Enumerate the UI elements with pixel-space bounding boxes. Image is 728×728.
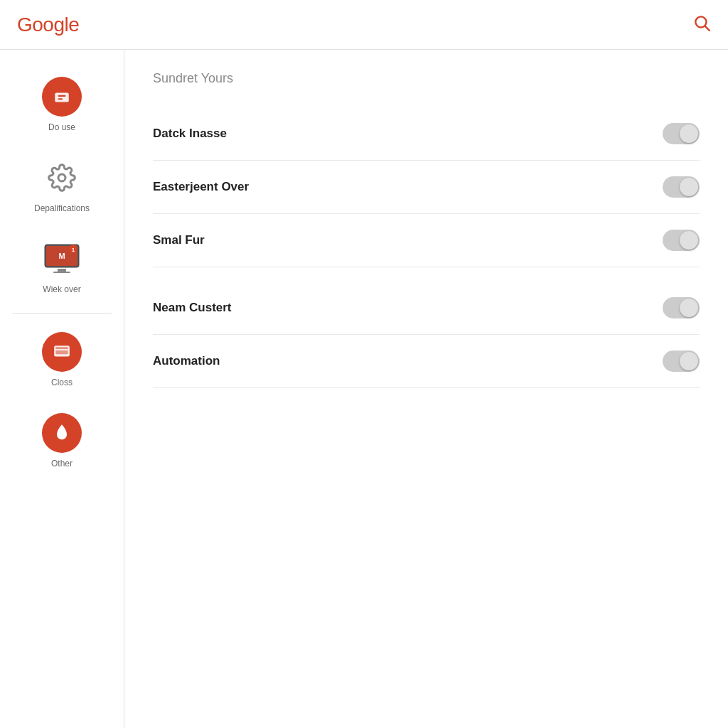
content-title: Sundret Yours — [153, 71, 700, 86]
wiek-over-icon: M 1 — [42, 239, 82, 279]
sidebar-item-closs-label: Closs — [51, 378, 73, 387]
sidebar-item-depalifications[interactable]: Depalifications — [0, 145, 124, 226]
toggle-knob-datck-inasse — [680, 124, 698, 143]
settings-item-easterjeent-over: Easterjeent Over — [153, 161, 700, 214]
settings-list: Datck Inasse Easterjeent Over Smal Fur — [153, 107, 700, 388]
sidebar-item-wiek-over[interactable]: M 1 Wiek over — [0, 226, 124, 307]
svg-text:M: M — [58, 252, 65, 260]
sidebar-item-depalifications-label: Depalifications — [34, 203, 90, 213]
svg-rect-8 — [58, 269, 66, 272]
settings-label-easterjeent-over: Easterjeent Over — [153, 180, 249, 194]
svg-rect-3 — [58, 95, 66, 97]
svg-rect-4 — [58, 98, 63, 100]
other-icon — [42, 413, 82, 453]
svg-line-1 — [705, 26, 710, 30]
toggle-neam-custert[interactable] — [663, 297, 700, 318]
sidebar-divider — [12, 313, 111, 314]
toggle-knob-easterjeent-over — [680, 178, 698, 196]
sidebar-item-wiek-over-label: Wiek over — [43, 284, 80, 294]
settings-label-datck-inasse: Datck Inasse — [153, 127, 227, 141]
svg-rect-15 — [55, 350, 68, 354]
closs-icon — [42, 332, 82, 372]
content-area: Sundret Yours Datck Inasse Easterjeent O… — [124, 50, 728, 728]
settings-item-datck-inasse: Datck Inasse — [153, 107, 700, 161]
sidebar-item-other-label: Other — [51, 459, 73, 469]
app-container: Google Do use — [0, 0, 728, 728]
settings-item-neam-custert: Neam Custert — [153, 282, 700, 335]
do-use-icon — [42, 77, 82, 117]
sidebar-item-other[interactable]: Other — [0, 400, 124, 481]
sidebar: Do use Depalifications — [0, 50, 124, 728]
toggle-knob-smal-fur — [680, 231, 698, 250]
main-layout: Do use Depalifications — [0, 50, 728, 728]
settings-item-smal-fur: Smal Fur — [153, 214, 700, 267]
toggle-knob-automation — [680, 352, 698, 370]
settings-item-automation: Automation — [153, 335, 700, 388]
settings-label-smal-fur: Smal Fur — [153, 233, 205, 247]
header: Google — [0, 0, 728, 50]
svg-point-5 — [58, 174, 65, 181]
sidebar-item-do-use-label: Do use — [48, 122, 75, 132]
toggle-easterjeent-over[interactable] — [663, 176, 700, 198]
google-logo: Google — [17, 14, 79, 36]
svg-rect-2 — [55, 93, 69, 102]
toggle-datck-inasse[interactable] — [663, 123, 700, 144]
search-icon[interactable] — [692, 14, 711, 36]
svg-text:1: 1 — [72, 247, 75, 253]
sidebar-item-closs[interactable]: Closs — [0, 319, 124, 400]
toggle-knob-neam-custert — [680, 299, 698, 317]
depalifications-icon — [42, 158, 82, 198]
toggle-smal-fur[interactable] — [663, 230, 700, 251]
settings-label-neam-custert: Neam Custert — [153, 301, 232, 315]
settings-label-automation: Automation — [153, 354, 220, 368]
toggle-automation[interactable] — [663, 350, 700, 372]
sidebar-item-do-use[interactable]: Do use — [0, 64, 124, 145]
svg-rect-9 — [53, 272, 70, 273]
